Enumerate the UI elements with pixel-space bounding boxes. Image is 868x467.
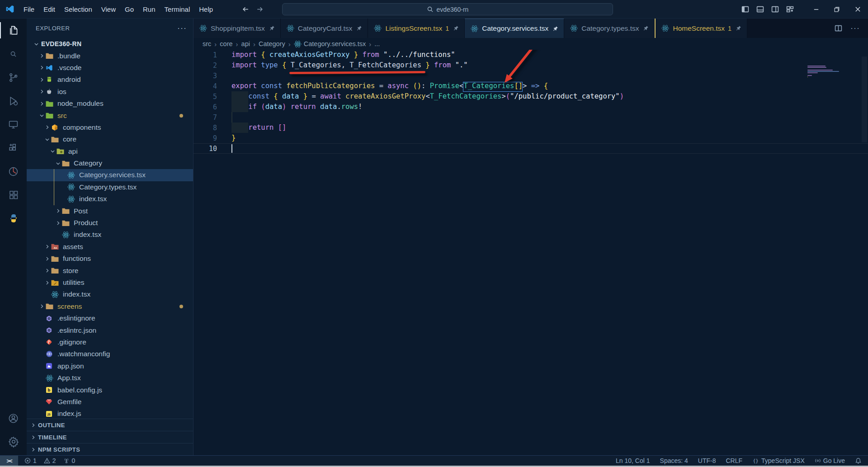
tree-item-Product[interactable]: Product xyxy=(27,217,193,229)
status-remote-indicator[interactable]: >< xyxy=(0,456,18,466)
pin-icon[interactable] xyxy=(736,25,741,31)
menu-go[interactable]: Go xyxy=(120,0,138,19)
activity-extensions[interactable] xyxy=(0,136,27,160)
tree-item-index.js[interactable]: JSindex.js xyxy=(27,408,193,420)
tree-item-functions[interactable]: functions xyxy=(27,253,193,264)
tree-item-android[interactable]: android xyxy=(27,74,193,85)
tab-ListingsScreen.tsx[interactable]: ListingsScreen.tsx1 xyxy=(368,19,465,38)
tree-item-app.json[interactable]: app.json xyxy=(27,360,193,372)
scrollbar[interactable] xyxy=(862,57,867,142)
status-eol[interactable]: CRLF xyxy=(726,457,742,464)
more-actions-icon[interactable]: ··· xyxy=(850,24,860,33)
tree-item-utilities[interactable]: utilities xyxy=(27,277,193,288)
menu-help[interactable]: Help xyxy=(194,0,217,19)
activity-explorer[interactable] xyxy=(0,19,27,42)
back-arrow-icon[interactable] xyxy=(242,5,250,13)
status-language-mode[interactable]: {}TypeScript JSX xyxy=(752,457,805,464)
tree-item-babel.config.js[interactable]: bbabel.config.js xyxy=(27,384,193,396)
status-notifications[interactable] xyxy=(855,458,862,464)
code-line-1[interactable]: 1import { createAxiosGetProxy } from "..… xyxy=(193,50,868,60)
tree-item-Gemfile[interactable]: Gemfile xyxy=(27,396,193,408)
code-line-7[interactable]: 7 xyxy=(193,112,868,123)
pin-icon[interactable] xyxy=(552,26,558,32)
code-line-6[interactable]: 6 if (data) return data.rows! xyxy=(193,102,868,112)
breadcrumb-file[interactable]: Category.services.tsx xyxy=(294,40,366,48)
layout-sidebar-right-icon[interactable] xyxy=(771,5,779,13)
forward-arrow-icon[interactable] xyxy=(256,5,264,13)
tree-item-Category.types.tsx[interactable]: Category.types.tsx xyxy=(27,181,193,193)
tree-item-EVDE360-RN[interactable]: EVDE360-RN xyxy=(27,38,193,50)
breadcrumb-item[interactable]: src xyxy=(203,40,211,47)
tree-item-Post[interactable]: Post xyxy=(27,205,193,217)
minimap[interactable] xyxy=(807,66,848,79)
tree-item-assets[interactable]: assets xyxy=(27,241,193,253)
section-npm-scripts[interactable]: NPM SCRIPTS xyxy=(27,443,193,455)
pin-icon[interactable] xyxy=(269,25,275,31)
minimize-button[interactable] xyxy=(806,0,826,19)
menu-terminal[interactable]: Terminal xyxy=(160,0,195,19)
activity-search[interactable] xyxy=(0,42,27,66)
tree-item-index.tsx[interactable]: index.tsx xyxy=(27,229,193,241)
breadcrumb-tail[interactable]: ... xyxy=(374,40,380,47)
breadcrumb-item[interactable]: Category xyxy=(259,40,285,47)
activity-extension-circle[interactable] xyxy=(0,160,27,183)
code-line-5[interactable]: 5 const { data } = await createAxiosGetP… xyxy=(193,91,868,102)
pin-icon[interactable] xyxy=(453,25,459,31)
status-warnings[interactable]: 2 xyxy=(44,457,56,464)
breadcrumb-item[interactable]: api xyxy=(241,40,250,47)
code-line-10[interactable]: 10 xyxy=(193,143,868,154)
status-ports[interactable]: 0 xyxy=(63,457,75,464)
breadcrumb-item[interactable]: core xyxy=(220,40,232,47)
tree-item-components[interactable]: components xyxy=(27,122,193,133)
code-area[interactable]: 1import { createAxiosGetProxy } from "..… xyxy=(193,50,868,455)
section-outline[interactable]: OUTLINE xyxy=(27,419,193,431)
tab-Category.types.tsx[interactable]: Category.types.tsx xyxy=(564,19,655,38)
tree-item-index.tsx[interactable]: index.tsx xyxy=(27,193,193,205)
pin-icon[interactable] xyxy=(356,25,362,31)
restore-button[interactable] xyxy=(826,0,847,19)
code-line-4[interactable]: 4export const fetchPublicCategories = as… xyxy=(193,81,868,91)
tree-item-api[interactable]: api xyxy=(27,146,193,157)
tab-CategoryCard.tsx[interactable]: CategoryCard.tsx xyxy=(281,19,368,38)
more-actions-icon[interactable]: ··· xyxy=(177,24,187,33)
status-indentation[interactable]: Spaces: 4 xyxy=(660,457,688,464)
tree-item-store[interactable]: store xyxy=(27,264,193,276)
code-line-9[interactable]: 9} xyxy=(193,133,868,143)
command-center-search[interactable]: evde360-rn xyxy=(282,3,613,15)
tree-item-Category.services.tsx[interactable]: Category.services.tsx xyxy=(27,169,193,181)
activity-remote-explorer[interactable] xyxy=(0,113,27,136)
close-button[interactable] xyxy=(847,0,868,19)
tree-item-.bundle[interactable]: .bundle xyxy=(27,50,193,61)
status-go-live[interactable]: Go Live xyxy=(815,457,845,464)
activity-extension-grid[interactable] xyxy=(0,183,27,207)
tree-item-.eslintignore[interactable]: .eslintignore xyxy=(27,312,193,324)
code-line-8[interactable]: 8 return [] xyxy=(193,123,868,133)
tree-item-src[interactable]: src xyxy=(27,109,193,121)
tab-Category.services.tsx[interactable]: Category.services.tsx xyxy=(465,19,564,38)
tab-HomeScreen.tsx[interactable]: HomeScreen.tsx1 xyxy=(655,19,747,38)
layout-panel-icon[interactable] xyxy=(756,5,764,13)
tree-item-screens[interactable]: screens xyxy=(27,301,193,312)
menu-run[interactable]: Run xyxy=(138,0,160,19)
menu-selection[interactable]: Selection xyxy=(60,0,97,19)
pin-icon[interactable] xyxy=(643,25,649,31)
status-cursor-position[interactable]: Ln 10, Col 1 xyxy=(616,457,650,464)
menu-file[interactable]: File xyxy=(19,0,39,19)
tree-item-.watchmanconfig[interactable]: .watchmanconfig xyxy=(27,348,193,360)
activity-accounts[interactable] xyxy=(0,406,27,430)
breadcrumb[interactable]: src›core›api›Category›Category.services.… xyxy=(193,38,868,50)
activity-source-control[interactable] xyxy=(0,66,27,89)
menu-view[interactable]: View xyxy=(97,0,120,19)
activity-settings[interactable] xyxy=(0,430,27,453)
menu-edit[interactable]: Edit xyxy=(39,0,60,19)
status-errors[interactable]: 1 xyxy=(24,457,37,464)
layout-sidebar-left-icon[interactable] xyxy=(741,5,749,13)
tree-item-ios[interactable]: ios xyxy=(27,86,193,98)
tree-item-.eslintrc.json[interactable]: .eslintrc.json xyxy=(27,324,193,336)
status-encoding[interactable]: UTF-8 xyxy=(698,457,716,464)
tree-item-.gitignore[interactable]: .gitignore xyxy=(27,336,193,348)
tree-item-Category[interactable]: Category xyxy=(27,157,193,169)
tab-ShoppingItem.tsx[interactable]: ShoppingItem.tsx xyxy=(193,19,281,38)
split-editor-icon[interactable] xyxy=(835,24,842,32)
tree-item-node-modules[interactable]: node_modules xyxy=(27,98,193,109)
